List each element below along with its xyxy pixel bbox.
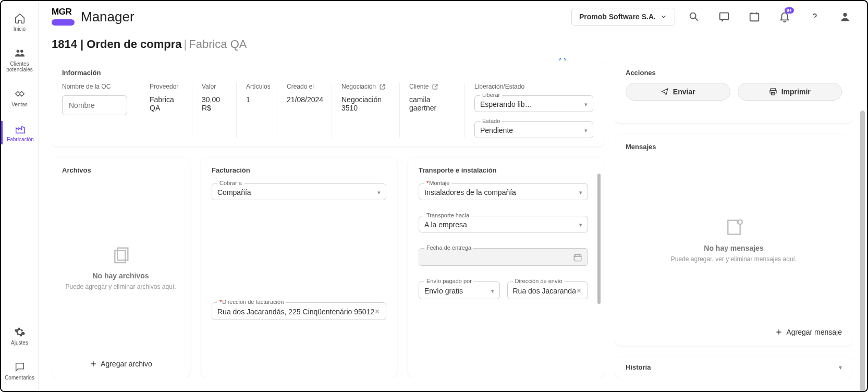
print-icon	[769, 88, 777, 96]
shipping-paid-by-select[interactable]: Envío pagado por Envío gratis	[419, 281, 500, 299]
send-button[interactable]: Enviar	[626, 83, 730, 101]
info-title: Información	[62, 69, 593, 77]
sidebar-label: Fabricación	[7, 137, 34, 142]
chevron-down-icon	[660, 13, 667, 20]
info-provider-label: Proveedor	[150, 83, 182, 90]
messages-card: Mensajes No hay mensajes Puede agregar, …	[615, 134, 852, 346]
sidebar-label: Ajustes	[11, 340, 28, 346]
profile-button[interactable]	[834, 5, 857, 28]
info-negotiation-label[interactable]: Negociación	[341, 83, 390, 90]
svg-point-1	[20, 50, 22, 53]
brand: MGR Manager	[52, 8, 135, 26]
info-client-label[interactable]: Cliente	[409, 83, 455, 90]
page-title: 1814 | Orden de compra|Fabrica QA	[52, 38, 852, 51]
svg-point-0	[16, 50, 19, 53]
messages-title: Mensajes	[626, 143, 842, 151]
transport-to-select[interactable]: Transporte hacia A la empresa	[419, 216, 588, 232]
info-value-label: Valor	[202, 83, 227, 90]
notifications-button[interactable]: 9+	[773, 5, 796, 28]
calendar-icon	[749, 11, 760, 22]
sidebar-label: Comentarios	[5, 375, 34, 381]
add-message-button[interactable]: Agregar mensaje	[626, 323, 842, 337]
handshake-icon	[14, 88, 26, 100]
charge-to-select[interactable]: Cobrar a Compañía	[212, 183, 386, 200]
home-icon	[14, 13, 26, 24]
scrollbar[interactable]	[597, 174, 601, 304]
account-name: Promob Software S.A.	[579, 13, 656, 21]
clear-shipping-address[interactable]: ×	[576, 286, 582, 296]
info-name-label: Nombre de la OC	[62, 83, 130, 90]
page-scrollbar[interactable]	[860, 111, 865, 391]
clear-billing-address[interactable]: ×	[374, 307, 381, 316]
help-button[interactable]	[803, 5, 826, 28]
files-title: Archivos	[62, 166, 179, 174]
messages-empty: No hay mensajes Puede agregar, ver y eli…	[626, 157, 842, 323]
info-negotiation-value: Negociación 3510	[341, 95, 390, 112]
send-icon	[661, 88, 669, 96]
chat-icon	[718, 11, 730, 22]
svg-rect-3	[720, 13, 729, 20]
actions-card: Acciones Enviar Imprimir	[615, 60, 852, 123]
sidebar-item-ajustes[interactable]: Ajustes	[1, 324, 38, 348]
factory-icon	[15, 123, 26, 134]
sidebar-label: Clientes potenciales	[1, 61, 38, 72]
svg-point-2	[690, 13, 696, 19]
sidebar-item-ventas[interactable]: Ventas	[1, 86, 38, 109]
svg-point-12	[738, 220, 742, 224]
release-select[interactable]: Liberar Esperando liber…	[474, 95, 593, 112]
notification-badge: 9+	[785, 7, 794, 14]
avatar-icon	[839, 11, 851, 22]
transport-card: Transporte e instalación Montaje Instala…	[408, 158, 604, 377]
billing-address-field[interactable]: Dirección de facturación ×	[212, 302, 386, 320]
calendar-icon	[573, 253, 582, 262]
help-icon	[809, 11, 821, 22]
svg-rect-6	[115, 251, 125, 263]
files-card: Archivos No hay archivos Puede agregar y…	[52, 158, 190, 377]
info-articles-label: Artículos	[246, 83, 267, 90]
billing-address-input[interactable]	[217, 308, 374, 316]
svg-rect-11	[771, 92, 775, 95]
users-icon	[14, 47, 26, 59]
svg-point-5	[843, 13, 847, 17]
info-provider-value: Fabrica QA	[150, 95, 182, 112]
info-card: Información Nombre de la OC Proveedor Fa…	[52, 60, 604, 146]
oc-name-input[interactable]	[62, 95, 127, 115]
delivery-date-field[interactable]: Fecha de entrega	[419, 248, 588, 266]
sidebar-item-clientes[interactable]: Clientes potenciales	[1, 45, 38, 75]
assembly-select[interactable]: Montaje Instaladores de la compañía	[419, 183, 588, 200]
sidebar: Inicio Clientes potenciales Ventas Fabri…	[1, 1, 39, 391]
account-picker[interactable]: Promob Software S.A.	[571, 8, 675, 26]
sidebar-label: Ventas	[11, 102, 28, 107]
shipping-address-field[interactable]: Dirección de envío ×	[507, 281, 589, 299]
note-icon	[724, 217, 744, 238]
svg-rect-7	[117, 248, 128, 260]
plus-icon	[775, 328, 783, 336]
files-icon	[111, 244, 131, 265]
sidebar-item-fabricacion[interactable]: Fabricación	[1, 121, 38, 144]
topbar: MGR Manager Promob Software S.A. 9	[39, 1, 867, 32]
brand-logo: MGR	[52, 8, 75, 26]
calendar-button[interactable]	[743, 5, 766, 28]
sidebar-label: Inicio	[14, 26, 26, 32]
billing-title: Facturación	[212, 166, 386, 174]
search-button[interactable]	[682, 5, 705, 28]
external-link-icon	[379, 83, 386, 90]
history-title: Historia	[626, 363, 651, 371]
print-button[interactable]: Imprimir	[738, 83, 842, 101]
state-select[interactable]: Estado Pendiente	[474, 121, 593, 138]
files-empty: No hay archivos Puede agregar y eliminar…	[62, 180, 179, 354]
transport-title: Transporte e instalación	[419, 166, 593, 174]
history-card[interactable]: Historia ▾	[615, 357, 852, 377]
svg-rect-4	[750, 14, 759, 21]
chat-button[interactable]	[713, 5, 736, 28]
plus-icon	[89, 360, 97, 368]
sidebar-item-inicio[interactable]: Inicio	[1, 10, 38, 34]
actions-title: Acciones	[626, 69, 842, 77]
sidebar-item-comentarios[interactable]: Comentarios	[1, 359, 38, 383]
info-value-value: 30,00 R$	[202, 95, 227, 112]
search-icon	[688, 11, 700, 22]
info-created-label: Creado el	[287, 83, 322, 90]
shipping-address-input[interactable]	[513, 287, 576, 295]
svg-rect-8	[574, 255, 581, 261]
add-file-button[interactable]: Agregar archivo	[62, 354, 179, 369]
